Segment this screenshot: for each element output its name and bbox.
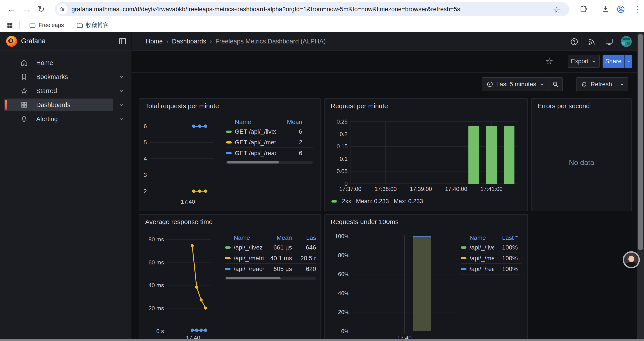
rss-icon[interactable] xyxy=(588,38,596,46)
legend-row[interactable]: GET /api/_/metrics 2 xyxy=(226,137,313,147)
panel-total-requests[interactable]: Total requests per minute 6543217:40 Nam… xyxy=(139,98,321,211)
sidebar-item-dashboards[interactable]: Dashboards xyxy=(4,99,113,111)
reload-icon[interactable]: ↻ xyxy=(38,0,45,19)
apps-grid-icon[interactable] xyxy=(6,22,13,29)
time-range-label: Last 5 minutes xyxy=(496,81,536,88)
legend-row[interactable]: /api/_/readyz 100% xyxy=(461,263,521,274)
legend-row[interactable]: /api/_/metrics 100% xyxy=(461,253,521,263)
no-data-message: No data xyxy=(532,158,631,167)
sidebar-item-label: Alerting xyxy=(36,115,58,123)
share-button[interactable]: Share xyxy=(602,55,624,68)
bookmarks-divider xyxy=(19,22,20,29)
refresh-interval-dropdown[interactable] xyxy=(616,82,628,87)
series-swatch xyxy=(461,268,466,270)
forward-icon[interactable]: → xyxy=(22,0,32,19)
bookmarks-bar: Freeleaps 收藏博客 xyxy=(0,19,644,32)
toolbar-divider xyxy=(596,5,596,13)
time-range-picker[interactable]: Last 5 minutes xyxy=(482,77,563,91)
profile-icon[interactable] xyxy=(616,5,625,14)
sidebar-item-starred[interactable]: Starred xyxy=(4,85,113,97)
sidebar-item-alerting[interactable]: Alerting xyxy=(4,113,113,125)
monitor-icon[interactable] xyxy=(605,38,613,46)
bookmark-folder-blog[interactable]: 收藏博客 xyxy=(76,21,109,29)
dock-toggle-icon[interactable] xyxy=(118,37,127,46)
series-swatch xyxy=(226,152,232,154)
svg-text:0.1: 0.1 xyxy=(340,156,348,162)
svg-text:17:41:00: 17:41:00 xyxy=(480,186,502,192)
floating-assistant-avatar[interactable] xyxy=(623,251,640,268)
refresh-icon xyxy=(581,81,588,88)
grafana-header: Grafana Home›Dashboards›Freeleaps Metric… xyxy=(0,32,644,51)
chevron-down-icon xyxy=(620,82,625,87)
panel-errors-per-second[interactable]: Errors per second No data xyxy=(531,98,632,211)
zoom-out-icon[interactable] xyxy=(548,81,562,88)
series-swatch xyxy=(226,131,232,133)
horizontal-scrollbar[interactable] xyxy=(0,339,644,341)
download-icon[interactable] xyxy=(601,5,610,14)
bookmark-label: Freeleaps xyxy=(38,22,64,29)
svg-text:17:40: 17:40 xyxy=(180,198,195,205)
panel-title: Errors per second xyxy=(538,102,590,110)
grafana-logo[interactable] xyxy=(6,36,17,47)
chevron-down-icon[interactable] xyxy=(118,88,124,94)
browser-menu-icon[interactable]: ⋮ xyxy=(634,0,642,19)
scrollbar-thumb[interactable] xyxy=(638,34,643,250)
help-icon[interactable] xyxy=(570,38,578,46)
chevron-down-icon[interactable] xyxy=(118,116,124,122)
vertical-scrollbar[interactable] xyxy=(637,32,644,341)
breadcrumb-dashboards[interactable]: Dashboards xyxy=(172,38,206,45)
user-avatar[interactable] xyxy=(621,36,632,47)
home-icon xyxy=(20,59,28,67)
svg-text:4: 4 xyxy=(144,155,147,162)
export-button[interactable]: Export xyxy=(568,55,600,68)
share-dropdown-button[interactable] xyxy=(624,55,632,68)
panel-requests-under-100ms[interactable]: Requests under 100ms 100%80%60%40%20%0%1… xyxy=(324,214,528,341)
legend-row[interactable]: /api/_/readyz 605 µs 620 xyxy=(225,263,316,274)
sidebar-item-label: Starred xyxy=(36,87,57,95)
sidebar-item-label: Bookmarks xyxy=(36,73,68,81)
brand-name[interactable]: Grafana xyxy=(21,37,46,45)
legend-header: Name Mean xyxy=(226,118,313,126)
breadcrumb-home[interactable]: Home xyxy=(146,38,163,45)
line-chart: 6543217:40 xyxy=(141,119,220,206)
sidebar-item-bookmarks[interactable]: Bookmarks xyxy=(4,71,113,83)
chevron-down-icon[interactable] xyxy=(118,102,124,108)
back-icon[interactable]: ← xyxy=(7,0,16,19)
url-bar[interactable]: grafana.mathmast.com/d/deytv4rwavabkb/fr… xyxy=(55,2,569,16)
refresh-button[interactable]: Refresh xyxy=(576,77,628,91)
panel-legend[interactable]: 2xx Mean: 0.233 Max: 0.233 xyxy=(332,198,423,205)
legend-row[interactable]: GET /api/_/livez 6 xyxy=(226,126,313,137)
extensions-icon[interactable] xyxy=(579,5,588,14)
bell-icon xyxy=(20,115,28,123)
favorite-star-icon[interactable]: ☆ xyxy=(545,56,553,66)
svg-text:0.05: 0.05 xyxy=(336,168,348,174)
chevron-down-icon[interactable] xyxy=(118,74,124,80)
legend-row[interactable]: GET /api/_/readyz 6 xyxy=(226,147,313,158)
bookmark-star-icon[interactable]: ☆ xyxy=(553,5,560,15)
bookmark-folder-freeleaps[interactable]: Freeleaps xyxy=(29,22,64,29)
svg-text:60 ms: 60 ms xyxy=(148,259,164,266)
legend-scrollbar[interactable] xyxy=(226,161,313,164)
svg-text:17:39:00: 17:39:00 xyxy=(410,186,432,192)
panel-request-per-minute[interactable]: Request per minute 0.250.20.150.10.05017… xyxy=(324,98,528,211)
panel-title: Average response time xyxy=(145,218,212,226)
svg-text:17:37:00: 17:37:00 xyxy=(339,186,361,192)
chevron-down-icon xyxy=(539,82,544,87)
legend-row[interactable]: /api/_/livez 100% xyxy=(461,242,521,253)
legend-row[interactable]: /api/_/metrics 40.1 ms 20.5 r xyxy=(225,253,316,263)
dashboard-main: ☆ Export Share Last 5 minutes Refresh xyxy=(132,51,644,341)
breadcrumb-current: Freeleaps Metrics Dashboard (ALPHA) xyxy=(216,38,326,45)
sidebar: Home Bookmarks Starred Dashboards Alerti… xyxy=(0,51,132,341)
site-info-icon[interactable] xyxy=(57,4,68,15)
svg-text:3: 3 xyxy=(144,172,147,178)
dashboard-actions-row: ☆ Export Share xyxy=(132,51,644,73)
series-swatch xyxy=(461,257,466,259)
svg-text:20 ms: 20 ms xyxy=(148,305,164,311)
sidebar-item-home[interactable]: Home xyxy=(4,56,113,69)
dashboards-grid-icon xyxy=(20,101,28,109)
panel-average-response-time[interactable]: Average response time 80 ms60 ms40 ms20 … xyxy=(139,214,321,341)
legend-row[interactable]: /api/_/livez 661 µs 646 xyxy=(225,242,316,253)
clock-icon xyxy=(486,81,493,88)
panel-title: Request per minute xyxy=(330,102,388,110)
legend-scrollbar[interactable] xyxy=(225,277,316,280)
